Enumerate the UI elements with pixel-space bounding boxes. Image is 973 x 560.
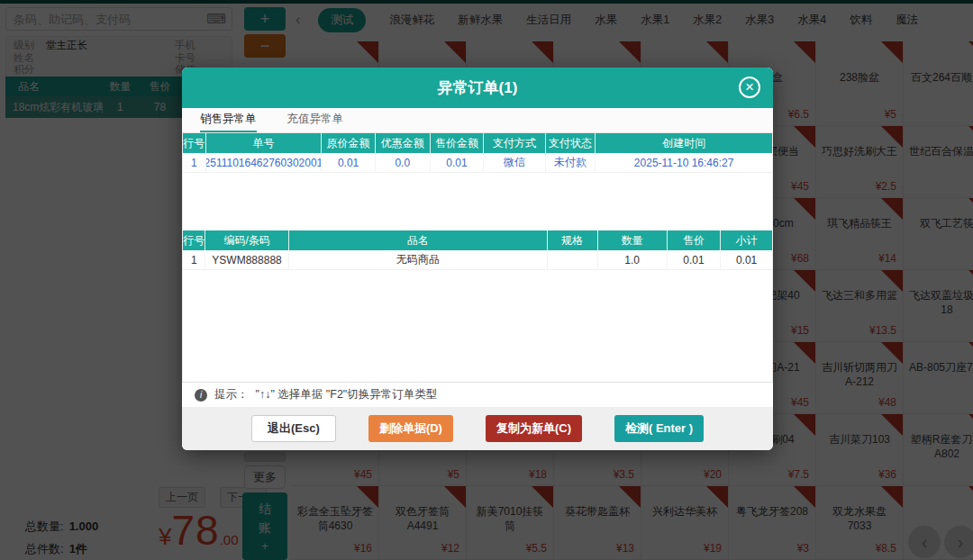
table-cell: 微信 — [484, 153, 546, 172]
column-header: 售价 — [668, 230, 721, 250]
modal-button-teal[interactable]: 检测( Enter ) — [614, 415, 704, 442]
table-cell: 0.01 — [721, 250, 772, 269]
modal-button-white[interactable]: 退出(Esc) — [251, 415, 336, 442]
modal-footer: 退出(Esc)删除单据(D)复制为新单(C)检测( Enter ) — [182, 407, 773, 450]
tab-销售异常单[interactable]: 销售异常单 — [200, 108, 257, 132]
column-header: 优惠金额 — [376, 133, 431, 153]
pos-screen: ⌨ 级别堂主正长手机姓名卡号积分储值 品名数量售价 18cm炫彩有机玻璃梳178… — [0, 0, 973, 560]
column-header: 单号 — [206, 133, 323, 153]
table-cell — [548, 250, 598, 269]
table-cell: 0.01 — [322, 153, 376, 172]
column-header: 支付状态 — [546, 133, 596, 153]
column-header: 行号 — [183, 133, 206, 153]
table-cell: 0.0 — [376, 153, 431, 172]
hint-text: "↑↓" 选择单据 "F2"切换异常订单类型 — [256, 387, 438, 402]
order-row[interactable]: 112511101646276030200150.010.00.01微信未付款2… — [183, 153, 772, 173]
modal-button-darkred[interactable]: 复制为新单(C) — [486, 415, 582, 442]
table-cell: 1 — [183, 153, 206, 172]
orders-table: 行号单号原价金额优惠金额售价金额支付方式支付状态创建时间112511101646… — [182, 133, 773, 230]
column-header: 编码/条码 — [205, 230, 288, 250]
table-cell: YSWM888888 — [205, 250, 288, 269]
table-cell: 2025-11-10 16:46:27 — [596, 153, 772, 172]
close-icon[interactable]: × — [739, 77, 760, 98]
table-cell: 0.01 — [668, 250, 721, 269]
table-cell: 未付款 — [546, 153, 596, 172]
column-header: 数量 — [598, 230, 668, 250]
modal-title: 异常订单(1) — [438, 77, 518, 98]
modal-button-orange[interactable]: 删除单据(D) — [368, 415, 453, 442]
column-header: 品名 — [289, 230, 548, 250]
modal-header: 异常订单(1) × — [182, 68, 773, 108]
abnormal-orders-modal: 异常订单(1) × 销售异常单充值异常单 行号单号原价金额优惠金额售价金额支付方… — [182, 68, 773, 450]
order-items-table: 行号编码/条码品名规格数量售价小计1YSWM888888无码商品1.00.010… — [182, 230, 773, 382]
column-header: 行号 — [183, 230, 205, 250]
modal-tabs: 销售异常单充值异常单 — [182, 108, 773, 133]
tab-充值异常单[interactable]: 充值异常单 — [287, 108, 344, 132]
table-header-row: 行号单号原价金额优惠金额售价金额支付方式支付状态创建时间 — [183, 133, 772, 153]
table-cell: 1 — [183, 250, 205, 269]
column-header: 售价金额 — [431, 133, 485, 153]
table-cell: 1251110164627603020015 — [206, 153, 323, 172]
hint-bar: i 提示： "↑↓" 选择单据 "F2"切换异常订单类型 — [182, 382, 773, 407]
info-icon: i — [195, 389, 207, 402]
order-item-row[interactable]: 1YSWM888888无码商品1.00.010.01 — [183, 250, 772, 270]
column-header: 原价金额 — [322, 133, 376, 153]
table-cell: 无码商品 — [289, 250, 548, 269]
table-cell: 1.0 — [598, 250, 668, 269]
column-header: 规格 — [548, 230, 598, 250]
table-header-row: 行号编码/条码品名规格数量售价小计 — [183, 230, 772, 250]
hint-label: 提示： — [214, 387, 249, 402]
table-cell: 0.01 — [431, 153, 485, 172]
column-header: 小计 — [721, 230, 772, 250]
column-header: 支付方式 — [484, 133, 546, 153]
column-header: 创建时间 — [596, 133, 772, 153]
